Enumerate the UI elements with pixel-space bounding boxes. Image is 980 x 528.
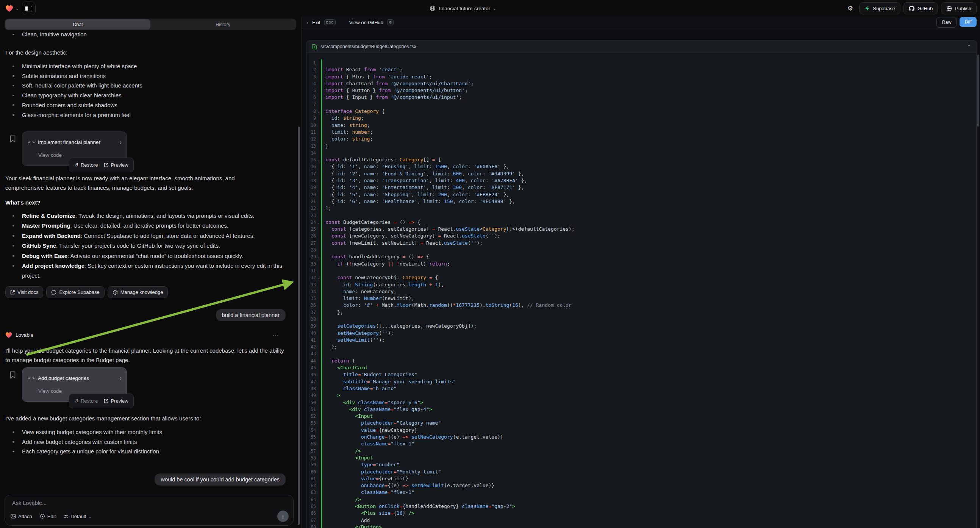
- fold-spacer: [316, 177, 321, 184]
- tab-chat[interactable]: Chat: [5, 19, 150, 30]
- code-line: 34 name: newCategory,: [307, 288, 976, 295]
- bookmark-icon[interactable]: [10, 371, 16, 379]
- collapse-chevron-icon[interactable]: ⌄: [967, 44, 971, 49]
- send-button[interactable]: ↑: [277, 511, 289, 522]
- bookmark-icon[interactable]: [10, 135, 16, 143]
- line-number: 40: [307, 330, 316, 337]
- panel-left-icon: [25, 6, 32, 11]
- line-number: 44: [307, 358, 316, 364]
- line-number: 36: [307, 302, 316, 309]
- line-number: 32: [307, 274, 316, 281]
- design-bullet-list: Minimalist interface with plenty of whit…: [5, 61, 142, 120]
- code-line: 50 <div className="space-y-6">: [307, 399, 976, 406]
- tab-history[interactable]: History: [150, 19, 296, 30]
- code-editor[interactable]: 1 2import React from 'react';3import { P…: [307, 53, 976, 528]
- fold-spacer: [316, 281, 321, 288]
- chat-input[interactable]: [11, 499, 202, 506]
- message-menu-button[interactable]: ...: [272, 329, 278, 338]
- file-path-bar[interactable]: src/components/budget/BudgetCategories.t…: [307, 41, 976, 53]
- code-line: 31: [307, 267, 976, 274]
- github-button[interactable]: GitHub: [904, 2, 938, 14]
- fold-spacer: [316, 66, 321, 73]
- line-number: 14: [307, 149, 316, 156]
- exit-button[interactable]: Exit: [312, 20, 320, 25]
- visit-docs-button[interactable]: Visit docs: [5, 286, 43, 298]
- project-title: financial-future-creator: [439, 6, 490, 11]
- sliders-icon: [63, 514, 68, 519]
- supabase-icon: [864, 6, 870, 11]
- fold-spacer: [316, 358, 321, 364]
- next-steps-list: Refine & Customize: Tweak the design, an…: [5, 211, 292, 281]
- raw-toggle-button[interactable]: Raw: [936, 17, 956, 28]
- publish-button[interactable]: Publish: [941, 2, 977, 14]
- code-line: 20 { id: '5', name: 'Shopping', limit: 2…: [307, 191, 976, 198]
- restore-button[interactable]: ↺ Restore: [74, 160, 98, 170]
- line-number: 33: [307, 281, 316, 288]
- line-number: 9: [307, 115, 316, 122]
- code-line: 37 };: [307, 309, 976, 316]
- fold-spacer: [316, 184, 321, 191]
- line-number: 52: [307, 413, 316, 420]
- line-number: 21: [307, 198, 316, 205]
- code-line: 55 onChange={(e) => setNewCategory(e.tar…: [307, 434, 976, 441]
- edit-button[interactable]: Edit: [40, 514, 56, 519]
- line-number: 15: [307, 156, 316, 163]
- line-number: 67: [307, 517, 316, 524]
- list-item: Add new budget categories with custom li…: [22, 437, 162, 447]
- code-line: 3import { Plus } from 'lucide-react';: [307, 73, 976, 80]
- file-path: src/components/budget/BudgetCategories.t…: [320, 44, 416, 49]
- assistant-name: Lovable: [16, 330, 33, 340]
- view-on-github-button[interactable]: View on GitHub: [349, 20, 383, 25]
- list-item: Subtle animations and transitions: [22, 71, 142, 81]
- project-switcher[interactable]: financial-future-creator ⌄: [430, 0, 496, 17]
- chat-scrollbar[interactable]: [298, 127, 300, 525]
- external-link-icon: [104, 163, 108, 167]
- code-line: 64 />: [307, 496, 976, 503]
- fold-spacer: [316, 295, 321, 302]
- code-scrollbar[interactable]: [977, 54, 979, 127]
- line-number: 11: [307, 129, 316, 135]
- fold-chevron-icon[interactable]: ⌄: [316, 274, 321, 281]
- code-line: 42 };: [307, 344, 976, 350]
- fold-chevron-icon[interactable]: ⌄: [316, 108, 321, 115]
- line-number: 41: [307, 337, 316, 344]
- manage-knowledge-button[interactable]: Manage knowledge: [108, 286, 168, 298]
- attach-button[interactable]: Attach: [11, 514, 32, 519]
- fold-chevron-icon[interactable]: ⌄: [316, 156, 321, 163]
- fold-spacer: [316, 379, 321, 385]
- fold-chevron-icon[interactable]: ⌄: [316, 253, 321, 260]
- settings-button[interactable]: ⚙: [844, 2, 856, 14]
- fold-chevron-icon[interactable]: ⌄: [316, 219, 321, 226]
- supabase-button[interactable]: Supabase: [859, 2, 900, 14]
- line-number: 66: [307, 510, 316, 517]
- fold-spacer: [316, 87, 321, 94]
- fold-spacer: [316, 510, 321, 517]
- back-chevron-icon[interactable]: ‹: [307, 19, 309, 26]
- line-number: 16: [307, 163, 316, 170]
- diff-toggle-button[interactable]: Diff: [959, 17, 977, 27]
- lovable-logo-icon[interactable]: [5, 5, 13, 12]
- help-text: I'll help you add budget categories to t…: [5, 346, 289, 365]
- mode-select[interactable]: Default ⌄: [63, 514, 92, 519]
- project-chevron-down-icon: ⌄: [493, 6, 496, 11]
- code-line: 62 onChange={(e) => setNewLimit(e.target…: [307, 482, 976, 489]
- user-message-2: would be cool if you could add budget ca…: [154, 474, 286, 485]
- explore-supabase-button[interactable]: Explore Supabase: [46, 286, 104, 298]
- quick-actions-row: Visit docs Explore Supabase Manage knowl…: [5, 286, 168, 298]
- sidebar-toggle-button[interactable]: [22, 2, 36, 15]
- preview-button[interactable]: Preview: [104, 396, 128, 406]
- code-line: 29⌄ const handleAddCategory = () => {: [307, 253, 976, 260]
- line-number: 3: [307, 73, 316, 80]
- code-line: 53 placeholder="Category name": [307, 420, 976, 426]
- restore-button[interactable]: ↺ Restore: [74, 396, 98, 406]
- line-number: 29: [307, 253, 316, 260]
- publish-globe-icon: [946, 6, 952, 11]
- fold-spacer: [316, 122, 321, 129]
- fold-spacer: [316, 309, 321, 316]
- chat-history-tabs: Chat History: [5, 19, 296, 30]
- preview-button[interactable]: Preview: [104, 160, 128, 170]
- list-item: Soft, neutral color palette with light b…: [22, 81, 142, 91]
- logo-chevron-down-icon[interactable]: ⌄: [16, 6, 19, 11]
- code-line: 60 placeholder="Monthly limit": [307, 469, 976, 476]
- fold-spacer: [316, 94, 321, 101]
